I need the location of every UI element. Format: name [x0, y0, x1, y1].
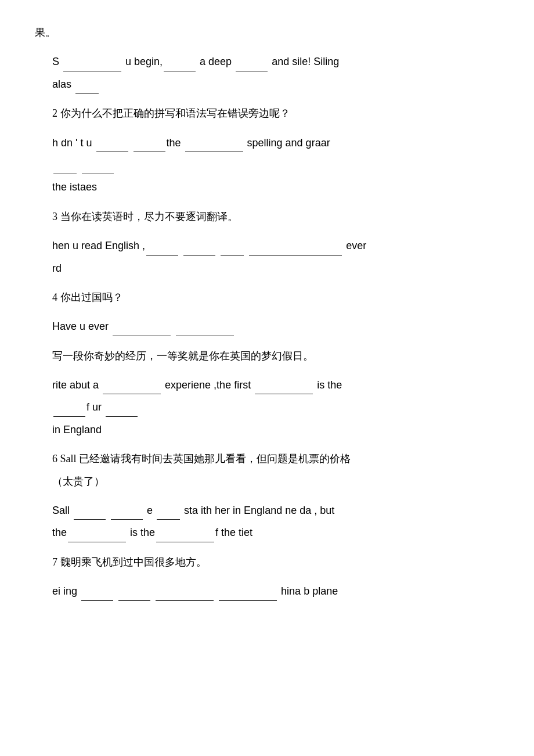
- blank-20[interactable]: [74, 507, 106, 520]
- section-q6-english: Sall e sta ith her in England ne da , bu…: [35, 501, 499, 542]
- section-q4-chinese: 4 你出过国吗？: [35, 288, 499, 307]
- blank-3[interactable]: [236, 59, 268, 71]
- section-q4-english: Have u ever: [35, 317, 499, 336]
- blank-19[interactable]: [106, 404, 138, 417]
- section-q5-english: rite abut a experiene ,the first is the …: [35, 376, 499, 439]
- q3-line1: hen u read English , ever: [52, 236, 499, 255]
- q6-line2: the is thef the tiet: [52, 523, 499, 542]
- q5-line1: rite abut a experiene ,the first is the: [52, 376, 499, 394]
- q3-chinese-text: 3 当你在读英语时，尽力不要逐词翻译。: [52, 207, 499, 226]
- q5-line2: f ur: [52, 398, 499, 416]
- section-intro: 果。: [35, 23, 499, 42]
- blank-1[interactable]: [63, 59, 121, 71]
- q5-chinese-text: 写一段你奇妙的经历，一等奖就是你在英国的梦幻假日。: [52, 347, 499, 365]
- q2-line1: h dn ' t u the spelling and graar: [52, 134, 499, 152]
- blank-27[interactable]: [156, 588, 214, 601]
- section-q5-chinese: 写一段你奇妙的经历，一等奖就是你在英国的梦幻假日。: [35, 347, 499, 365]
- blank-15[interactable]: [176, 323, 234, 336]
- blank-22[interactable]: [157, 507, 180, 520]
- blank-5[interactable]: [96, 139, 128, 152]
- blank-12[interactable]: [221, 243, 244, 255]
- q4-line1: Have u ever: [52, 317, 499, 336]
- q7-line1: ei ing hina b plane: [52, 582, 499, 600]
- blank-8[interactable]: [53, 161, 77, 174]
- blank-2[interactable]: [164, 59, 196, 71]
- q6-line1: Sall e sta ith her in England ne da , bu…: [52, 501, 499, 520]
- blank-4[interactable]: [75, 81, 99, 93]
- section-q1-english: S u begin, a deep and sile! Siling alas: [35, 52, 499, 93]
- section-q3-english: hen u read English , ever rd: [35, 236, 499, 278]
- q2-chinese-text: 2 你为什么不把正确的拼写和语法写在错误旁边呢？: [52, 104, 499, 123]
- q6-chinese-text2: （太贵了）: [52, 472, 499, 491]
- blank-18[interactable]: [53, 404, 85, 417]
- intro-text: 果。: [35, 23, 499, 42]
- section-q2-english: h dn ' t u the spelling and graar the is…: [35, 134, 499, 197]
- blank-25[interactable]: [81, 588, 113, 601]
- blank-26[interactable]: [118, 588, 150, 601]
- q2-line3: the istaes: [52, 178, 499, 196]
- blank-13[interactable]: [249, 243, 342, 255]
- blank-11[interactable]: [183, 243, 215, 255]
- q1-line1: S u begin, a deep and sile! Siling: [52, 52, 499, 71]
- page: 果。 S u begin, a deep and sile! Siling al…: [35, 23, 499, 601]
- q3-line2: rd: [52, 259, 499, 278]
- blank-9[interactable]: [82, 161, 114, 174]
- q4-chinese-text: 4 你出过国吗？: [52, 288, 499, 307]
- blank-6[interactable]: [134, 139, 165, 152]
- section-q7-english: ei ing hina b plane: [35, 582, 499, 600]
- blank-24[interactable]: [156, 530, 214, 542]
- blank-16[interactable]: [103, 381, 161, 394]
- q7-chinese-text: 7 魏明乘飞机到过中国很多地方。: [52, 553, 499, 571]
- blank-7[interactable]: [185, 139, 243, 152]
- section-q7-chinese: 7 魏明乘飞机到过中国很多地方。: [35, 553, 499, 571]
- blank-21[interactable]: [111, 507, 143, 520]
- q1-line2: alas: [52, 75, 499, 93]
- blank-28[interactable]: [219, 588, 277, 601]
- section-q2-chinese: 2 你为什么不把正确的拼写和语法写在错误旁边呢？: [35, 104, 499, 123]
- section-q6-chinese: 6 Sall 已经邀请我有时间去英国她那儿看看，但问题是机票的价格 （太贵了）: [35, 449, 499, 491]
- section-q3-chinese: 3 当你在读英语时，尽力不要逐词翻译。: [35, 207, 499, 226]
- blank-14[interactable]: [113, 323, 171, 336]
- blank-23[interactable]: [68, 530, 126, 542]
- blank-17[interactable]: [255, 381, 313, 394]
- q6-chinese-text1: 6 Sall 已经邀请我有时间去英国她那儿看看，但问题是机票的价格: [52, 449, 499, 468]
- q2-line2: [52, 156, 499, 174]
- q5-line3: in England: [52, 420, 499, 439]
- blank-10[interactable]: [146, 243, 178, 255]
